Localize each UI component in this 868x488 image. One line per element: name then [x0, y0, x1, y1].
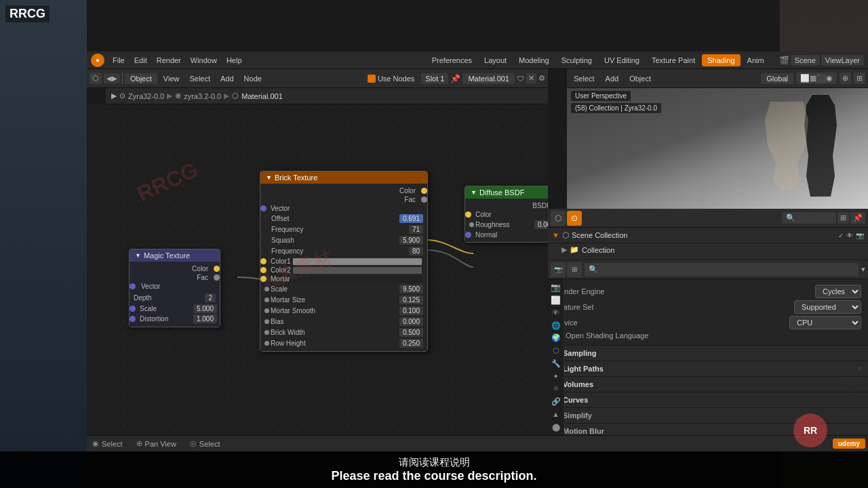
viewlayer-label[interactable]: ViewLayer — [821, 55, 864, 66]
brick-rowheight-value[interactable]: 0.250 — [399, 339, 423, 348]
sampling-section[interactable]: ▶ Sampling ⋯⋯⋯ — [548, 346, 868, 361]
brick-frequency2-value[interactable]: 80 — [409, 247, 423, 256]
rrcg-right-logo: RR — [793, 413, 827, 447]
props-icon-scene[interactable]: ⬡ — [551, 211, 566, 226]
magic-fac-out-label: Fac — [197, 274, 208, 281]
view-btn[interactable]: View — [159, 73, 184, 84]
menu-edit[interactable]: Edit — [130, 55, 151, 66]
props-side-object[interactable]: ⬡ — [550, 346, 562, 357]
brick-width-value[interactable]: 0.500 — [399, 328, 423, 337]
breadcrumb-item-1[interactable]: Zyra32-0.0 — [128, 92, 164, 100]
material-select[interactable]: Material.001 — [462, 73, 515, 84]
menu-file[interactable]: File — [108, 55, 129, 66]
brick-squash-value[interactable]: 5.900 — [399, 236, 423, 245]
props-side-scene[interactable]: 🌐 — [550, 320, 562, 331]
brick-vector-in: Vector — [271, 205, 290, 212]
tab-preferences[interactable]: Preferences — [427, 54, 477, 66]
diffuse-roughness-value[interactable]: 0.000 — [534, 220, 548, 229]
props-side-view[interactable]: 👁 — [550, 308, 562, 319]
select-btn[interactable]: Select — [185, 73, 214, 84]
use-nodes-checkbox[interactable]: Use Nodes — [368, 75, 414, 83]
magic-distortion-value[interactable]: 1.000 — [193, 314, 217, 323]
viewport-overlay-btn[interactable]: ⊕ — [840, 73, 851, 84]
props-search[interactable]: 🔍 — [782, 212, 836, 224]
viewport-add-btn[interactable]: Add — [601, 73, 623, 84]
view-controls[interactable]: ◀▶ — [104, 73, 120, 83]
scene-label[interactable]: Scene — [791, 55, 820, 66]
delete-material-btn[interactable]: ✕ — [526, 73, 536, 83]
menu-window[interactable]: Window — [186, 55, 221, 66]
magic-scale-value[interactable]: 5.000 — [193, 304, 217, 313]
brick-color1-in: Color1 — [271, 258, 290, 265]
tab-uv-editing[interactable]: UV Editing — [599, 54, 645, 66]
props-render-icon[interactable]: 📷 — [551, 262, 566, 277]
mode-select[interactable]: Object — [125, 73, 157, 84]
diffuse-normal-in: Normal — [475, 231, 497, 239]
viewport-3d[interactable]: User Perspective (58) Collection | Zyra3… — [567, 88, 868, 209]
viewport-perspective-label: User Perspective — [571, 91, 631, 101]
nav-back-btn[interactable]: ▶ — [111, 92, 117, 100]
menu-help[interactable]: Help — [222, 55, 246, 66]
node-magic-texture[interactable]: ▼ Magic Texture Color Fac Vector — [129, 249, 220, 327]
tab-layout[interactable]: Layout — [479, 54, 512, 66]
tab-texture-paint[interactable]: Texture Paint — [646, 54, 701, 66]
node-btn[interactable]: Node — [240, 73, 266, 84]
tab-sculpting[interactable]: Sculpting — [556, 54, 597, 66]
breadcrumb-item-2[interactable]: zyra3.2-0.0 — [184, 92, 221, 100]
brick-mortar-size-value[interactable]: 0.125 — [399, 296, 423, 304]
subtitle-cn: 请阅读课程说明 — [399, 456, 470, 469]
editor-type-icon[interactable]: ⬡ — [90, 73, 102, 84]
props-side-world[interactable]: 🌍 — [550, 333, 562, 344]
props-side-particles[interactable]: ✦ — [550, 371, 562, 382]
volumes-section[interactable]: ▶ Volumes ⋯⋯⋯ — [548, 377, 868, 392]
brick-bias-value[interactable]: 0.000 — [399, 317, 423, 326]
brick-mortar-smooth-value[interactable]: 0.100 — [399, 306, 423, 315]
brick-scale-value[interactable]: 9.500 — [399, 285, 423, 293]
props-side-data[interactable]: ▲ — [550, 409, 562, 420]
viewport-select-btn[interactable]: Select — [570, 73, 599, 84]
brick-offset-value[interactable]: 0.691 — [399, 214, 423, 223]
device-select[interactable]: CPU GPU Compute — [789, 316, 861, 329]
brick-mortar-in: Mortar — [271, 275, 290, 283]
props-filter2-btn[interactable]: ▾ — [861, 265, 865, 274]
props-output-icon[interactable]: ⊞ — [567, 262, 582, 277]
props-side-physics[interactable]: ⚛ — [550, 384, 562, 394]
slot-select[interactable]: Slot 1 — [421, 73, 448, 84]
curves-section[interactable]: ▶ Curves ⋯⋯⋯ — [548, 392, 868, 408]
tab-shading[interactable]: Shading — [702, 54, 740, 66]
render-engine-select[interactable]: Cycles Eevee — [815, 285, 861, 298]
magic-depth-value[interactable]: 2 — [205, 293, 216, 302]
light-paths-section[interactable]: ▶ Light Paths ⋯⋯⋯ ≡ — [548, 361, 868, 377]
menu-render[interactable]: Render — [153, 55, 185, 66]
viewport-shading-icons[interactable]: ⬜▦⬛◉ — [796, 73, 837, 84]
subtitle-bar: 请阅读课程说明 Please read the course descripti… — [0, 451, 868, 488]
props-side-render[interactable]: 📷 — [550, 282, 562, 293]
breadcrumb-item-3[interactable]: Material.001 — [241, 92, 283, 100]
viewport-object-btn[interactable]: Object — [625, 73, 655, 84]
props-side-material[interactable]: ⬤ — [550, 422, 562, 432]
brick-frequency1-value[interactable]: 71 — [409, 225, 423, 234]
props-side-output[interactable]: ⬜ — [550, 295, 562, 306]
viewport-more-btn[interactable]: ⊞ — [854, 73, 865, 84]
magic-scale-label: Scale — [140, 305, 157, 312]
props-side-constraints[interactable]: 🔗 — [550, 396, 562, 407]
pin-icon[interactable]: 📌 — [450, 74, 460, 83]
brick-scale-label: Scale — [271, 285, 288, 293]
feature-set-select[interactable]: Supported Experimental — [794, 300, 861, 314]
mouse-icon-left: ◉ — [92, 439, 99, 448]
brick-color-out-label: Color — [399, 187, 416, 195]
viewport-global-btn[interactable]: Global — [761, 73, 793, 84]
tab-modeling[interactable]: Modeling — [513, 54, 555, 66]
browse-material-btn[interactable]: ⚙ — [538, 74, 545, 83]
collection-label: Collection — [582, 246, 614, 254]
node-diffuse-bsdf[interactable]: ▼ Diffuse BSDF BSDF Color Roughness — [465, 186, 548, 243]
props-filter-btn[interactable]: ⊞ — [837, 212, 849, 224]
scene-collection-label: Scene Collection — [572, 231, 628, 239]
tab-anim[interactable]: Anim — [742, 54, 770, 66]
mouse-icon-right: ◎ — [190, 439, 197, 448]
props-pin-btn[interactable]: 📌 — [850, 212, 865, 224]
node-brick-texture[interactable]: ▼ Brick Texture Color Fac Vector — [260, 171, 428, 352]
props-icon-world[interactable]: ⊙ — [567, 211, 582, 226]
add-btn[interactable]: Add — [216, 73, 238, 84]
props-side-modifier[interactable]: 🔧 — [550, 359, 562, 369]
